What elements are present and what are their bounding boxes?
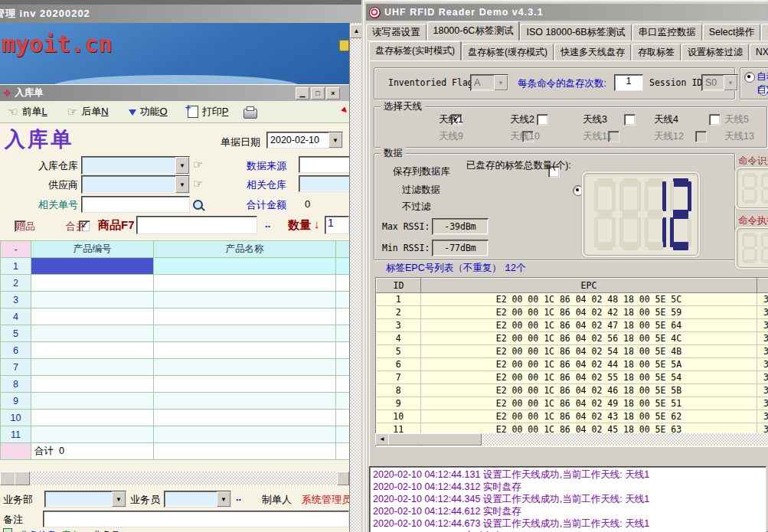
epc-row[interactable]: 8E2 00 00 1C 86 04 02 46 18 00 5E 5B3 bbox=[377, 384, 768, 397]
printer-icon[interactable] bbox=[243, 109, 257, 119]
grid-row[interactable]: 2 bbox=[1, 275, 351, 292]
scroll-thumb[interactable] bbox=[388, 433, 482, 446]
dept-combobox[interactable]: ▼ bbox=[44, 491, 126, 508]
selected-cell[interactable] bbox=[31, 258, 154, 275]
product-input[interactable] bbox=[136, 216, 257, 234]
epc-col-count[interactable] bbox=[757, 279, 768, 293]
rfid-reader-window: UHF RFID Reader Demo v4.3.1 读写器设置 18000-… bbox=[363, 0, 768, 532]
next-record-button[interactable]: ☞ 后单N bbox=[63, 103, 113, 120]
dropdown-button-disabled: ▼ bbox=[494, 75, 508, 90]
tab-select-op[interactable]: Select操作 bbox=[703, 24, 761, 41]
scroll-up-button[interactable]: ▲ bbox=[350, 24, 361, 38]
note-input[interactable] bbox=[43, 511, 349, 527]
antenna2-checkbox[interactable] bbox=[537, 114, 548, 126]
scroll-thumb[interactable] bbox=[337, 472, 349, 485]
grid-row[interactable]: 7 bbox=[1, 359, 351, 376]
tab-6b-test[interactable]: ISO 18000-6B标签测试 bbox=[520, 24, 631, 41]
chevron-down-icon: ▼ bbox=[179, 162, 185, 169]
tab-reader-settings[interactable]: 读写器设置 bbox=[366, 24, 426, 41]
date-label: 单据日期 bbox=[221, 135, 260, 149]
clerk-combobox[interactable]: ▼ bbox=[164, 491, 231, 508]
grid-row[interactable]: 5 bbox=[1, 325, 351, 342]
subtab-access-tag[interactable]: 存取标签 bbox=[632, 44, 681, 60]
clerk-dropdown-button[interactable]: ▼ bbox=[217, 491, 230, 507]
epc-row[interactable]: 9E2 00 00 1C 86 04 02 49 18 00 5E 513 bbox=[377, 397, 768, 410]
epc-row[interactable]: 3E2 00 00 1C 86 04 02 47 18 00 5E 643 bbox=[377, 319, 768, 332]
related-warehouse-input[interactable] bbox=[299, 175, 351, 192]
grid-h-scrollbar[interactable] bbox=[0, 472, 349, 485]
scroll-button[interactable] bbox=[15, 472, 30, 485]
tab-database[interactable]: 数据库连接 bbox=[761, 24, 768, 41]
grid-row[interactable]: 4 bbox=[1, 308, 351, 325]
dept-dropdown-button[interactable]: ▼ bbox=[112, 491, 126, 507]
epc-col-id[interactable]: ID bbox=[377, 279, 421, 293]
app-title-bar[interactable]: 管理 inv 20200202 bbox=[0, 5, 361, 23]
grid-col-name[interactable]: 产品名称 bbox=[154, 241, 336, 258]
product-dots[interactable]: .. bbox=[265, 218, 270, 230]
epc-row[interactable]: 2E2 00 00 1C 86 04 02 42 18 00 5E 593 bbox=[377, 306, 768, 319]
grid-corner-header: - bbox=[1, 241, 31, 258]
subtab-tag-filter[interactable]: 设置标签过滤 bbox=[681, 44, 749, 60]
source-input[interactable] bbox=[299, 156, 351, 173]
product-grid[interactable]: - 产品编号 产品名称 1 2 3 4 5 6 7 8 9 10 11 合计 0 bbox=[0, 240, 351, 460]
subtab-fast-antenna[interactable]: 快速多天线盘存 bbox=[554, 44, 631, 60]
date-dropdown-button[interactable]: ▼ bbox=[328, 132, 342, 148]
grid-row[interactable]: 1 bbox=[1, 258, 351, 275]
grid-col-code[interactable]: 产品编号 bbox=[31, 241, 154, 258]
inventory-count-input[interactable]: 1 bbox=[614, 74, 643, 91]
epc-row[interactable]: 4E2 00 00 1C 86 04 02 56 18 00 5E 4C3 bbox=[377, 332, 768, 345]
warehouse-dropdown-button[interactable]: ▼ bbox=[175, 157, 189, 174]
epc-col-epc[interactable]: EPC bbox=[421, 279, 757, 293]
scroll-left-button[interactable]: ◄ bbox=[375, 433, 389, 446]
epc-row[interactable]: 1E2 00 00 1C 86 04 02 48 18 00 5E 5C3 bbox=[377, 293, 768, 306]
subtab-nxp[interactable]: NXP T bbox=[750, 44, 768, 60]
epc-row[interactable]: 5E2 00 00 1C 86 04 02 54 18 00 5E 4B3 bbox=[377, 345, 768, 358]
supplier-pick-icon[interactable]: ☞ bbox=[193, 177, 203, 191]
epc-h-scrollbar[interactable]: ◄ bbox=[375, 433, 768, 446]
supplier-combobox[interactable]: ▼ bbox=[81, 175, 190, 194]
prev-record-button[interactable]: ☜ 前单L bbox=[3, 103, 52, 120]
form-title-bar[interactable]: ❖ 入库单 ▁ □ × bbox=[0, 85, 349, 101]
filter-label: 过滤数据 bbox=[402, 184, 440, 197]
scroll-button[interactable] bbox=[0, 472, 15, 485]
grid-row[interactable]: 6 bbox=[1, 342, 351, 359]
epc-table[interactable]: ID EPC 1E2 00 00 1C 86 04 02 48 18 00 5E… bbox=[376, 278, 768, 447]
epc-row[interactable]: 6E2 00 00 1C 86 04 02 44 18 00 5E 5A3 bbox=[377, 358, 768, 371]
minimize-button[interactable]: ▁ bbox=[296, 87, 309, 100]
auto-mode-radio[interactable] bbox=[744, 72, 755, 83]
subtab-buffer-inventory[interactable]: 盘存标签(缓存模式) bbox=[462, 44, 554, 60]
product-label: 商品F7 bbox=[98, 218, 135, 233]
antenna4-checkbox[interactable] bbox=[709, 114, 721, 126]
search-icon[interactable] bbox=[193, 200, 203, 210]
supplier-dropdown-button[interactable]: ▼ bbox=[175, 176, 189, 193]
app-v-scrollbar[interactable]: ▲ bbox=[349, 23, 361, 532]
clerk-dots[interactable]: .. bbox=[236, 491, 241, 503]
log-area[interactable]: 2020-02-10 04:12:44.131 设置工作天线成功,当前工作天线:… bbox=[369, 466, 766, 532]
grid-row[interactable]: 9 bbox=[1, 393, 351, 410]
grid-row[interactable]: 10 bbox=[1, 410, 351, 426]
warehouse-combobox[interactable]: ▼ bbox=[81, 156, 190, 175]
grid-row[interactable]: 3 bbox=[1, 292, 351, 308]
print-button[interactable]: 打印P bbox=[183, 103, 234, 120]
document-plus-icon bbox=[188, 106, 198, 118]
subtab-realtime-inventory[interactable]: 盘存标签(实时模式) bbox=[369, 41, 461, 60]
warehouse-pick-icon[interactable]: ☞ bbox=[193, 158, 203, 171]
functions-button[interactable]: 功能O bbox=[124, 103, 172, 121]
entry-form-window: ❖ 入库单 ▁ □ × ☜ 前单L ☞ 后单N 功能O bbox=[0, 84, 349, 532]
antenna12-label: 天线12 bbox=[654, 130, 684, 143]
antenna3-checkbox[interactable] bbox=[624, 114, 636, 126]
grid-row[interactable]: 11 bbox=[1, 426, 351, 443]
amount-value: 0 bbox=[305, 198, 310, 210]
epc-row[interactable]: 7E2 00 00 1C 86 04 02 55 18 00 5E 543 bbox=[377, 371, 768, 384]
rfid-title-bar[interactable]: UHF RFID Reader Demo v4.3.1 bbox=[366, 4, 768, 21]
tab-serial-monitor[interactable]: 串口监控数据 bbox=[632, 24, 702, 41]
qty-input[interactable]: 1 bbox=[325, 216, 349, 234]
related-no-input[interactable] bbox=[81, 196, 190, 213]
maximize-button[interactable]: □ bbox=[311, 87, 325, 100]
close-button[interactable]: × bbox=[326, 87, 340, 100]
date-combobox[interactable]: 2020-02-10 ▼ bbox=[266, 132, 343, 149]
epc-row[interactable]: 10E2 00 00 1C 86 04 02 43 18 00 5E 623 bbox=[377, 410, 768, 423]
tab-6c-test[interactable]: 18000-6C标签测试 bbox=[427, 21, 520, 41]
grid-row[interactable]: 8 bbox=[1, 376, 351, 393]
antenna3-label: 天线3 bbox=[583, 113, 607, 126]
